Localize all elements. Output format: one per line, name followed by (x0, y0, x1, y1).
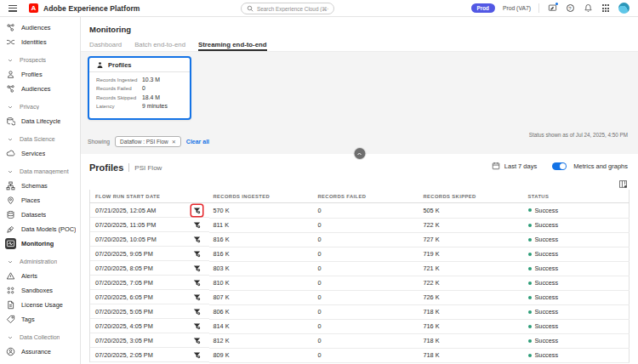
profiles-summary-card[interactable]: Profiles Records Ingested 10.3 M Records… (88, 56, 191, 120)
sidebar-item-license-usage[interactable]: License Usage (0, 298, 80, 312)
metric-records-failed: Records Failed 0 (96, 84, 183, 94)
records-ingested-cell: 816 K (209, 247, 314, 261)
table-row-07-20-2025-7-05-pm[interactable]: 07/20/2025, 7:05 PM 810 K 0 722 K Succes… (90, 276, 629, 290)
table-row-07-20-2025-2-05-pm[interactable]: 07/20/2025, 2:05 PM 809 K 0 718 K Succes… (90, 348, 629, 362)
status-dot (528, 208, 532, 212)
filter-funnel-button[interactable] (191, 205, 202, 216)
date-range-picker[interactable]: Last 7 days (492, 162, 537, 170)
filter-funnel-button[interactable] (191, 350, 202, 361)
col-records-failed[interactable]: RECORDS FAILED (314, 190, 419, 203)
sidebar-item-label: License Usage (21, 301, 63, 309)
metrics-graphs-toggle[interactable] (552, 162, 567, 170)
sidebar-item-datasets[interactable]: Datasets (0, 208, 80, 222)
close-icon[interactable]: ✕ (172, 139, 176, 145)
app-switcher-icon[interactable] (601, 3, 611, 14)
records-skipped-cell: 716 K (419, 319, 524, 333)
filter-funnel-button[interactable] (191, 306, 202, 317)
sidebar-item-schemas[interactable]: Schemas (0, 179, 80, 193)
records-ingested-cell: 810 K (209, 276, 314, 290)
filter-funnel-button[interactable] (191, 263, 202, 274)
table-row-07-20-2025-11-05-pm[interactable]: 07/20/2025, 11:05 PM 811 K 0 722 K Succe… (90, 218, 629, 232)
col-status[interactable]: STATUS (524, 190, 629, 203)
records-failed-cell: 0 (314, 290, 419, 304)
filter-funnel-button[interactable] (191, 292, 202, 303)
filter-funnel-button[interactable] (191, 219, 202, 230)
sidebar-item-profiles[interactable]: Profiles (0, 67, 80, 82)
search-input[interactable] (257, 6, 328, 12)
records-failed-cell: 0 (314, 319, 419, 333)
table-row-07-20-2025-9-05-pm[interactable]: 07/20/2025, 9:05 PM 816 K 0 719 K Succes… (90, 247, 629, 261)
records-skipped-cell: 722 K (419, 276, 524, 290)
records-skipped-cell: 718 K (419, 333, 524, 348)
data-models-icon (5, 224, 16, 235)
monitoring-icon (5, 238, 16, 249)
identities-icon (5, 37, 16, 48)
col-records-skipped[interactable]: RECORDS SKIPPED (419, 190, 524, 203)
filter-funnel-button[interactable] (191, 277, 202, 288)
services-icon (5, 148, 16, 159)
sidebar-item-places[interactable]: Places (0, 193, 80, 208)
records-skipped-cell: 718 K (419, 304, 524, 319)
status-dot (528, 253, 532, 256)
col-records-ingested[interactable]: RECORDS INGESTED (209, 190, 314, 203)
environment-badge[interactable]: Prod (471, 3, 495, 13)
sidebar-item-data-models-poc[interactable]: Data Models (POC) (0, 222, 80, 236)
sidebar-section-data-collection[interactable]: Data Collection (0, 330, 80, 344)
collapse-panel-button[interactable] (354, 148, 365, 159)
tab-dashboard[interactable]: Dashboard (89, 41, 122, 51)
status-cell: Success (524, 333, 629, 348)
table-row-07-20-2025-5-05-pm[interactable]: 07/20/2025, 5:05 PM 806 K 0 718 K Succes… (90, 304, 629, 319)
status-cell: Success (524, 304, 629, 319)
table-row-07-20-2025-6-05-pm[interactable]: 07/20/2025, 6:05 PM 807 K 0 726 K Succes… (90, 290, 629, 304)
clear-all-link[interactable]: Clear all (186, 139, 209, 145)
sidebar-section-data-management[interactable]: Data management (0, 164, 80, 179)
filter-funnel-button[interactable] (191, 321, 202, 332)
tab-batch-end-to-end[interactable]: Batch end-to-end (134, 41, 185, 51)
chip-label: Dataflow : PSI Flow (120, 139, 168, 145)
sidebar-section-prospects[interactable]: Prospects (0, 53, 80, 67)
flow-runs-table: FLOW RUN START DATE RECORDS INGESTED REC… (89, 190, 629, 363)
sidebar-section-privacy[interactable]: Privacy (0, 100, 80, 114)
col-flow-run-start-date[interactable]: FLOW RUN START DATE (90, 190, 209, 203)
sidebar-section-data-science[interactable]: Data Science (0, 132, 80, 146)
sidebar-item-alerts[interactable]: Alerts (0, 269, 80, 283)
sidebar-item-sandboxes[interactable]: Sandboxes (0, 283, 80, 298)
table-row-07-21-2025-12-05-am[interactable]: 07/21/2025, 12:05 AM 570 K 0 505 K Succe… (90, 203, 629, 219)
sidebar-item-audiences[interactable]: Audiences (0, 20, 80, 35)
table-row-07-20-2025-8-05-pm[interactable]: 07/20/2025, 8:05 PM 803 K 0 721 K Succes… (90, 261, 629, 276)
sidebar-item-identities[interactable]: Identities (0, 35, 80, 49)
metric-label: Latency (96, 103, 142, 109)
help-icon[interactable]: ? (565, 3, 575, 14)
dataflow-filter-chip[interactable]: Dataflow : PSI Flow ✕ (115, 136, 181, 147)
sidebar-item-services[interactable]: Services (0, 146, 80, 161)
hamburger-menu-icon[interactable] (9, 5, 17, 12)
table-row-07-20-2025-4-05-pm[interactable]: 07/20/2025, 4:05 PM 814 K 0 716 K Succes… (90, 319, 629, 333)
sidebar-section-administration[interactable]: Administration (0, 254, 80, 269)
sidebar-item-label: Tags (21, 316, 35, 323)
sidebar-item-label: Audiences (21, 85, 51, 93)
sidebar-item-monitoring[interactable]: Monitoring (0, 236, 80, 251)
records-failed-cell: 0 (314, 348, 419, 362)
status-dot (528, 296, 532, 299)
sidebar-item-tags[interactable]: Tags (0, 312, 80, 327)
status-cell: Success (524, 319, 629, 333)
filter-funnel-button[interactable] (191, 248, 202, 259)
status-label: Success (535, 250, 559, 258)
main-content: Monitoring DashboardBatch end-to-endStre… (81, 17, 638, 364)
global-search[interactable] (241, 3, 334, 14)
tags-icon (5, 314, 16, 325)
column-settings-icon[interactable] (618, 177, 628, 192)
feedback-icon[interactable] (547, 3, 557, 14)
filter-funnel-button[interactable] (191, 234, 202, 245)
table-row-07-20-2025-10-05-pm[interactable]: 07/20/2025, 10:05 PM 816 K 0 727 K Succe… (90, 232, 629, 247)
flow-run-date: 07/20/2025, 4:05 PM (95, 322, 153, 330)
bell-icon[interactable] (583, 3, 593, 14)
sidebar-item-assurance[interactable]: Assurance (0, 344, 80, 359)
table-row-07-20-2025-3-05-pm[interactable]: 07/20/2025, 3:05 PM 812 K 0 718 K Succes… (90, 333, 629, 348)
tab-streaming-end-to-end[interactable]: Streaming end-to-end (198, 41, 267, 51)
filter-funnel-button[interactable] (191, 335, 202, 346)
sidebar-item-label: Places (21, 196, 40, 204)
avatar[interactable] (618, 3, 629, 14)
sidebar-item-audiences[interactable]: Audiences (0, 82, 80, 96)
sidebar-item-data-lifecycle[interactable]: Data Lifecycle (0, 114, 80, 128)
